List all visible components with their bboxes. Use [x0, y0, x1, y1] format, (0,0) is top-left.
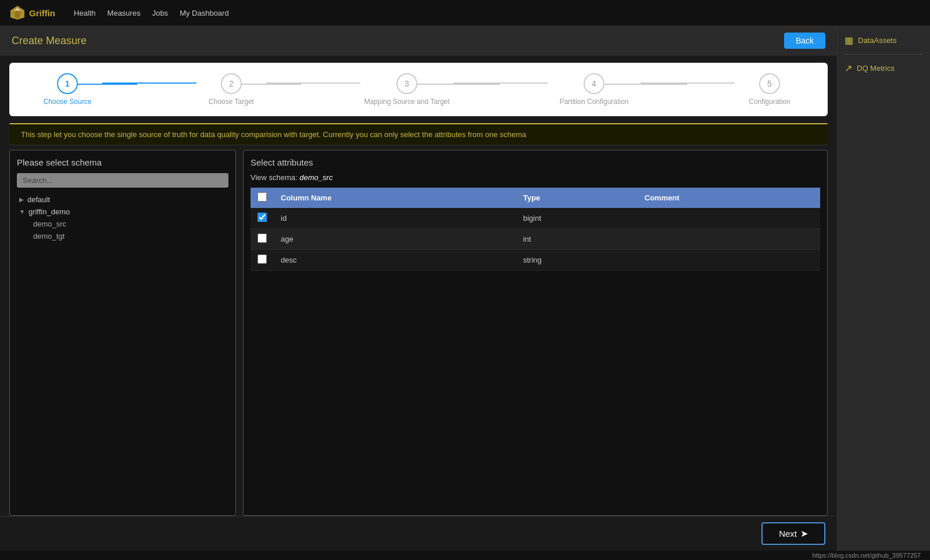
table-header-row: Column Name Type Comment — [251, 188, 820, 208]
col-header-type: Type — [516, 188, 638, 208]
col-header-name: Column Name — [274, 188, 516, 208]
row-name-1: age — [274, 229, 516, 250]
step-5-label: Configuration — [749, 98, 790, 106]
step-3-label: Mapping Source and Target — [364, 98, 449, 106]
tree-label-default: default — [27, 195, 50, 204]
right-sidebar: ▦ DataAssets ↗ DQ Metrics — [837, 26, 930, 551]
step-4-circle: 4 — [584, 73, 604, 94]
sidebar-divider — [845, 54, 923, 55]
nav-jobs[interactable]: Jobs — [152, 9, 168, 17]
tree-item-default[interactable]: ▶ default — [17, 193, 228, 206]
table-body: id bigint age int desc string — [251, 208, 820, 271]
dqmetrics-icon: ↗ — [845, 63, 852, 74]
next-button[interactable]: Next ➤ — [761, 522, 825, 545]
step-5[interactable]: 5 Configuration — [735, 73, 804, 106]
row-name-0: id — [274, 208, 516, 229]
app-logo: Griffin — [9, 5, 55, 21]
step-2-circle: 2 — [221, 73, 242, 94]
back-button[interactable]: Back — [784, 33, 825, 49]
row-checkbox-2[interactable] — [257, 254, 267, 264]
nav-links: Health Measures Jobs My Dashboard — [74, 9, 229, 17]
next-label: Next — [779, 529, 797, 539]
sidebar-link-dataassets-label: DataAssets — [858, 36, 896, 45]
sidebar-link-dqmetrics[interactable]: ↗ DQ Metrics — [845, 63, 923, 74]
row-checkbox-cell — [251, 229, 274, 250]
tree-label-griffin-demo: griffin_demo — [28, 207, 70, 216]
table-row: id bigint — [251, 208, 820, 229]
row-comment-2 — [638, 250, 820, 271]
tree-item-griffin-demo[interactable]: ▼ griffin_demo — [17, 206, 228, 218]
step-2-label: Choose Target — [209, 98, 254, 106]
row-comment-0 — [638, 208, 820, 229]
row-comment-1 — [638, 229, 820, 250]
griffin-icon — [9, 5, 26, 21]
table-row: age int — [251, 229, 820, 250]
panels-row: Please select schema ▶ default ▼ griffin… — [0, 150, 837, 516]
attributes-panel-title: Select attributes — [251, 157, 820, 167]
app-logo-text: Griffin — [29, 8, 55, 18]
sidebar-link-dataassets[interactable]: ▦ DataAssets — [845, 35, 923, 46]
step-1-label: Choose Source — [44, 98, 92, 106]
bottom-bar: Next ➤ — [0, 516, 837, 551]
stepper: 1 Choose Source 2 Choose Target 3 Mappin… — [33, 73, 804, 106]
step-4[interactable]: 4 Partition Configuration — [548, 73, 641, 106]
tree-child-demo-src[interactable]: demo_src — [17, 218, 228, 230]
col-header-comment: Comment — [638, 188, 820, 208]
tree-child-demo-tgt[interactable]: demo_tgt — [17, 230, 228, 242]
table-row: desc string — [251, 250, 820, 271]
nav-dashboard[interactable]: My Dashboard — [180, 9, 229, 17]
arrow-right-icon: ▶ — [19, 196, 24, 203]
step-1-circle: 1 — [57, 73, 78, 94]
select-all-checkbox[interactable] — [257, 192, 267, 202]
row-name-2: desc — [274, 250, 516, 271]
schema-panel-title: Please select schema — [17, 157, 228, 167]
row-checkbox-cell — [251, 250, 274, 271]
view-schema-label: View schema: demo_src — [251, 173, 820, 182]
nav-measures[interactable]: Measures — [108, 9, 141, 17]
attributes-panel: Select attributes View schema: demo_src … — [243, 150, 828, 516]
schema-search-input[interactable] — [17, 173, 228, 188]
arrow-down-icon: ▼ — [19, 209, 25, 215]
attributes-table: Column Name Type Comment id bigint age i… — [251, 188, 820, 271]
row-type-2: string — [516, 250, 638, 271]
info-banner: This step let you choose the single sour… — [9, 123, 828, 145]
status-url: https://blog.csdn.net/github_39577257 — [812, 552, 921, 559]
step-1[interactable]: 1 Choose Source — [33, 73, 102, 106]
step-5-circle: 5 — [759, 73, 780, 94]
main-wrapper: Create Measure Back 1 Choose Source 2 Ch… — [0, 26, 930, 551]
row-checkbox-0[interactable] — [257, 213, 267, 222]
stepper-container: 1 Choose Source 2 Choose Target 3 Mappin… — [9, 63, 828, 116]
page-title: Create Measure — [12, 35, 87, 47]
next-arrow-icon: ➤ — [800, 528, 808, 539]
view-schema-name: demo_src — [299, 173, 332, 182]
status-bar: https://blog.csdn.net/github_39577257 — [0, 551, 930, 560]
row-type-0: bigint — [516, 208, 638, 229]
header-bar: Create Measure Back — [0, 26, 837, 56]
sidebar-link-dqmetrics-label: DQ Metrics — [857, 64, 895, 73]
dataassets-icon: ▦ — [845, 35, 853, 46]
row-checkbox-cell — [251, 208, 274, 229]
col-header-checkbox — [251, 188, 274, 208]
step-3[interactable]: 3 Mapping Source and Target — [360, 73, 453, 106]
step-4-label: Partition Configuration — [560, 98, 629, 106]
row-checkbox-1[interactable] — [257, 234, 267, 243]
nav-health[interactable]: Health — [74, 9, 96, 17]
row-type-1: int — [516, 229, 638, 250]
center-content: Create Measure Back 1 Choose Source 2 Ch… — [0, 26, 837, 551]
topnav: Griffin Health Measures Jobs My Dashboar… — [0, 0, 930, 26]
schema-panel: Please select schema ▶ default ▼ griffin… — [9, 150, 236, 516]
step-3-circle: 3 — [396, 73, 417, 94]
step-2[interactable]: 2 Choose Target — [196, 73, 266, 106]
